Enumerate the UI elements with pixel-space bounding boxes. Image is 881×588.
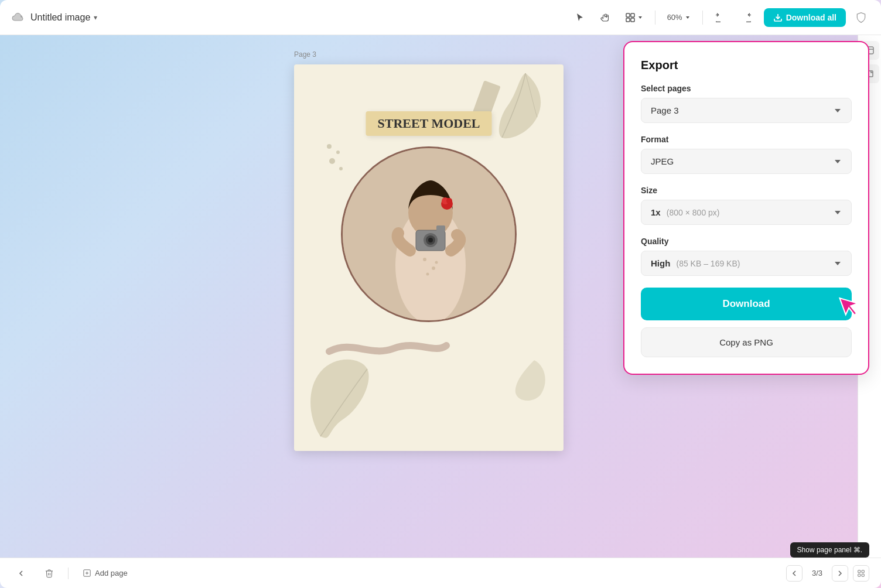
delete-page-button[interactable] <box>40 566 59 580</box>
next-page-button[interactable] <box>832 565 848 582</box>
canvas-content: STREET MODEL <box>294 64 564 451</box>
size-value: 1x (800 × 800 px) <box>651 207 720 217</box>
bottom-right: 3/3 <box>786 565 869 582</box>
redo-button[interactable] <box>736 7 757 28</box>
shield-button[interactable] <box>851 7 872 28</box>
archive-button[interactable] <box>853 565 869 582</box>
quality-label: Quality <box>641 237 852 246</box>
toolbar-left: Untitled image ▾ <box>9 9 562 26</box>
project-title-text: Untitled image <box>30 12 90 23</box>
svg-point-6 <box>336 151 340 154</box>
project-title[interactable]: Untitled image ▾ <box>30 12 97 23</box>
undo-button[interactable] <box>710 7 731 28</box>
zoom-button[interactable]: 60% <box>663 7 695 28</box>
svg-rect-33 <box>862 574 864 576</box>
download-all-label: Download all <box>786 13 836 22</box>
quality-chevron-icon <box>834 259 842 268</box>
design-title-text: STREET MODEL <box>377 116 480 131</box>
export-panel-title: Export <box>641 59 852 72</box>
canvas-wrapper: Page 3 <box>294 64 564 451</box>
page-indicator: 3/3 <box>807 569 827 577</box>
svg-rect-2 <box>626 18 630 22</box>
prev-page-button[interactable] <box>786 565 803 582</box>
quality-dropdown[interactable]: High (85 KB – 169 KB) <box>641 251 852 276</box>
main-area: Page 3 <box>0 35 881 558</box>
select-pages-chevron-icon <box>834 107 842 115</box>
export-panel: Export Select pages Page 3 Format JPEG <box>623 41 869 375</box>
size-chevron-icon <box>834 208 842 217</box>
show-page-panel-tooltip: Show page panel ⌘. <box>790 542 869 558</box>
zoom-label: 60% <box>667 13 682 22</box>
format-group: Format JPEG <box>641 135 852 174</box>
select-pages-dropdown[interactable]: Page 3 <box>641 98 852 123</box>
format-value: JPEG <box>651 156 674 166</box>
toolbar-center: 60% <box>569 7 757 28</box>
bottom-left: Add page <box>12 566 132 580</box>
quality-detail: (85 KB – 169 KB) <box>677 259 740 268</box>
circle-frame <box>341 146 517 322</box>
svg-point-19 <box>428 238 433 242</box>
leaf-small-right <box>511 357 552 404</box>
leaf-bottom-left <box>303 354 379 442</box>
svg-rect-30 <box>858 570 860 572</box>
format-label: Format <box>641 135 852 144</box>
leaf-top-right <box>487 70 552 146</box>
copy-png-button[interactable]: Copy as PNG <box>641 327 852 357</box>
svg-rect-31 <box>862 570 864 572</box>
size-group: Size 1x (800 × 800 px) <box>641 186 852 225</box>
street-model-banner: STREET MODEL <box>366 111 491 136</box>
layout-tool-button[interactable] <box>621 7 648 28</box>
add-page-label: Add page <box>95 569 128 577</box>
format-dropdown[interactable]: JPEG <box>641 149 852 174</box>
download-all-button[interactable]: Download all <box>764 8 846 27</box>
select-pages-group: Select pages Page 3 <box>641 84 852 123</box>
hand-tool-button[interactable] <box>595 7 616 28</box>
size-label: Size <box>641 186 852 195</box>
person-silhouette <box>343 148 517 322</box>
title-chevron-icon: ▾ <box>94 13 97 22</box>
svg-point-14 <box>435 261 438 264</box>
svg-rect-32 <box>858 574 860 576</box>
select-tool-button[interactable] <box>569 7 590 28</box>
quality-group: Quality High (85 KB – 169 KB) <box>641 237 852 276</box>
cloud-icon <box>9 9 26 26</box>
svg-point-12 <box>432 266 435 270</box>
size-dropdown[interactable]: 1x (800 × 800 px) <box>641 200 852 225</box>
back-arrow-button[interactable] <box>12 566 30 580</box>
svg-point-23 <box>446 198 452 204</box>
svg-rect-1 <box>631 13 634 17</box>
download-button[interactable]: Download <box>641 288 852 320</box>
size-detail: (800 × 800 px) <box>667 208 720 217</box>
svg-rect-20 <box>436 225 445 231</box>
svg-point-7 <box>329 158 335 164</box>
dots-decoration <box>323 141 347 176</box>
svg-point-13 <box>426 273 429 276</box>
svg-point-5 <box>327 144 332 149</box>
select-pages-value: Page 3 <box>651 105 679 115</box>
format-chevron-icon <box>834 158 842 166</box>
bottom-bar: Add page 3/3 Show page panel ⌘. <box>0 558 881 588</box>
bottom-divider <box>68 568 69 579</box>
toolbar-divider <box>655 11 655 25</box>
toolbar-divider-2 <box>702 11 703 25</box>
add-page-button[interactable]: Add page <box>78 566 132 580</box>
svg-point-11 <box>423 258 426 261</box>
toolbar-right: Download all <box>764 7 872 28</box>
svg-rect-0 <box>626 13 630 17</box>
svg-rect-3 <box>631 18 634 22</box>
quality-value: High (85 KB – 169 KB) <box>651 258 740 268</box>
page-number-label: Page 3 <box>294 50 316 59</box>
svg-point-8 <box>339 167 343 170</box>
select-pages-label: Select pages <box>641 84 852 93</box>
toolbar: Untitled image ▾ <box>0 0 881 35</box>
app-container: Untitled image ▾ <box>0 0 881 588</box>
